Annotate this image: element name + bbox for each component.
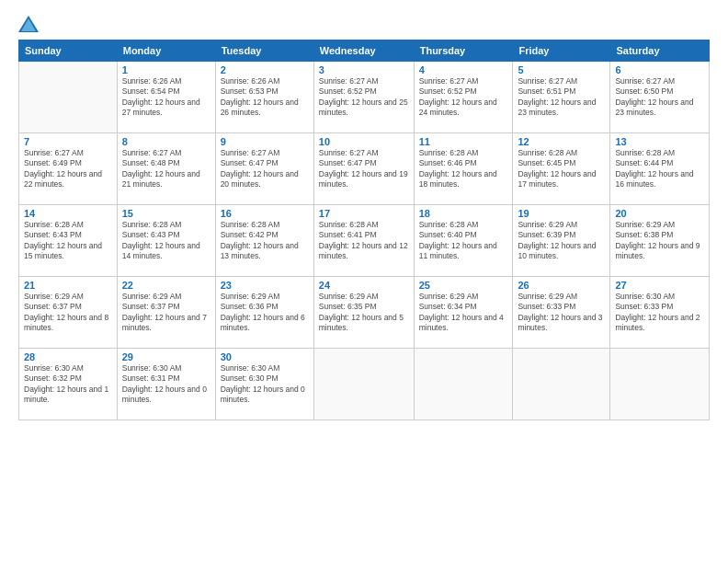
day-info: Sunrise: 6:28 AMSunset: 6:43 PMDaylight:…: [122, 220, 210, 262]
day-info: Sunrise: 6:27 AMSunset: 6:50 PMDaylight:…: [615, 76, 704, 119]
day-number: 3: [319, 64, 409, 75]
day-info: Sunrise: 6:30 AMSunset: 6:30 PMDaylight:…: [221, 363, 309, 406]
weekday-thursday: Thursday: [414, 40, 513, 61]
day-number: 17: [319, 208, 409, 219]
calendar-cell: 10Sunrise: 6:27 AMSunset: 6:47 PMDayligh…: [313, 132, 414, 204]
week-row-2: 14Sunrise: 6:28 AMSunset: 6:43 PMDayligh…: [19, 204, 710, 276]
calendar-cell: 9Sunrise: 6:27 AMSunset: 6:47 PMDaylight…: [215, 132, 313, 204]
day-info: Sunrise: 6:28 AMSunset: 6:42 PMDaylight:…: [221, 220, 309, 262]
day-number: 21: [24, 280, 112, 291]
day-info: Sunrise: 6:29 AMSunset: 6:39 PMDaylight:…: [518, 220, 605, 262]
calendar-cell: [610, 348, 710, 419]
calendar-cell: 29Sunrise: 6:30 AMSunset: 6:31 PMDayligh…: [117, 348, 215, 419]
day-info: Sunrise: 6:29 AMSunset: 6:37 PMDaylight:…: [122, 292, 210, 334]
calendar-cell: 27Sunrise: 6:30 AMSunset: 6:33 PMDayligh…: [610, 276, 710, 348]
day-info: Sunrise: 6:30 AMSunset: 6:31 PMDaylight:…: [122, 363, 210, 406]
day-number: 1: [122, 64, 210, 75]
day-number: 16: [221, 208, 309, 219]
day-info: Sunrise: 6:29 AMSunset: 6:35 PMDaylight:…: [319, 292, 409, 334]
day-number: 15: [122, 208, 210, 219]
day-number: 25: [419, 280, 508, 291]
calendar-cell: 8Sunrise: 6:27 AMSunset: 6:48 PMDaylight…: [117, 132, 215, 204]
calendar-cell: 26Sunrise: 6:29 AMSunset: 6:33 PMDayligh…: [513, 276, 610, 348]
calendar-cell: 21Sunrise: 6:29 AMSunset: 6:37 PMDayligh…: [19, 276, 118, 348]
weekday-friday: Friday: [513, 40, 610, 61]
week-row-0: 1Sunrise: 6:26 AMSunset: 6:54 PMDaylight…: [19, 61, 710, 132]
week-row-4: 28Sunrise: 6:30 AMSunset: 6:32 PMDayligh…: [19, 348, 710, 419]
day-number: 4: [419, 64, 508, 75]
day-number: 20: [615, 208, 704, 219]
day-number: 12: [518, 136, 605, 147]
calendar-cell: 11Sunrise: 6:28 AMSunset: 6:46 PMDayligh…: [414, 132, 513, 204]
day-number: 8: [122, 136, 210, 147]
calendar-cell: [313, 348, 414, 419]
week-row-3: 21Sunrise: 6:29 AMSunset: 6:37 PMDayligh…: [19, 276, 710, 348]
day-number: 5: [518, 64, 605, 75]
day-number: 2: [221, 64, 309, 75]
day-number: 14: [24, 208, 112, 219]
calendar-cell: 6Sunrise: 6:27 AMSunset: 6:50 PMDaylight…: [610, 61, 710, 132]
week-row-1: 7Sunrise: 6:27 AMSunset: 6:49 PMDaylight…: [19, 132, 710, 204]
weekday-tuesday: Tuesday: [215, 40, 313, 61]
day-number: 18: [419, 208, 508, 219]
calendar-cell: 14Sunrise: 6:28 AMSunset: 6:43 PMDayligh…: [19, 204, 118, 276]
calendar-cell: 15Sunrise: 6:28 AMSunset: 6:43 PMDayligh…: [117, 204, 215, 276]
day-number: 10: [319, 136, 409, 147]
day-info: Sunrise: 6:27 AMSunset: 6:52 PMDaylight:…: [419, 76, 508, 119]
day-info: Sunrise: 6:26 AMSunset: 6:53 PMDaylight:…: [221, 76, 309, 119]
day-number: 27: [615, 280, 704, 291]
day-info: Sunrise: 6:29 AMSunset: 6:37 PMDaylight:…: [24, 292, 112, 334]
day-info: Sunrise: 6:29 AMSunset: 6:36 PMDaylight:…: [221, 292, 309, 334]
calendar-cell: [513, 348, 610, 419]
calendar-cell: 2Sunrise: 6:26 AMSunset: 6:53 PMDaylight…: [215, 61, 313, 132]
weekday-wednesday: Wednesday: [313, 40, 414, 61]
logo-icon: [18, 16, 39, 32]
calendar-cell: 3Sunrise: 6:27 AMSunset: 6:52 PMDaylight…: [313, 61, 414, 132]
day-number: 23: [221, 280, 309, 291]
calendar-cell: 20Sunrise: 6:29 AMSunset: 6:38 PMDayligh…: [610, 204, 710, 276]
calendar-cell: 25Sunrise: 6:29 AMSunset: 6:34 PMDayligh…: [414, 276, 513, 348]
page: SundayMondayTuesdayWednesdayThursdayFrid…: [0, 0, 728, 563]
day-number: 9: [221, 136, 309, 147]
calendar-cell: 1Sunrise: 6:26 AMSunset: 6:54 PMDaylight…: [117, 61, 215, 132]
day-info: Sunrise: 6:29 AMSunset: 6:38 PMDaylight:…: [615, 220, 704, 262]
weekday-sunday: Sunday: [19, 40, 118, 61]
day-info: Sunrise: 6:27 AMSunset: 6:52 PMDaylight:…: [319, 76, 409, 119]
calendar-cell: 18Sunrise: 6:28 AMSunset: 6:40 PMDayligh…: [414, 204, 513, 276]
weekday-header-row: SundayMondayTuesdayWednesdayThursdayFrid…: [19, 40, 710, 61]
calendar-cell: 12Sunrise: 6:28 AMSunset: 6:45 PMDayligh…: [513, 132, 610, 204]
day-number: 7: [24, 136, 112, 147]
calendar-cell: [19, 61, 118, 132]
day-number: 22: [122, 280, 210, 291]
weekday-monday: Monday: [117, 40, 215, 61]
calendar-cell: 24Sunrise: 6:29 AMSunset: 6:35 PMDayligh…: [313, 276, 414, 348]
day-info: Sunrise: 6:27 AMSunset: 6:47 PMDaylight:…: [221, 148, 309, 190]
calendar-cell: 7Sunrise: 6:27 AMSunset: 6:49 PMDaylight…: [19, 132, 118, 204]
day-number: 13: [615, 136, 704, 147]
calendar-cell: 5Sunrise: 6:27 AMSunset: 6:51 PMDaylight…: [513, 61, 610, 132]
day-info: Sunrise: 6:28 AMSunset: 6:40 PMDaylight:…: [419, 220, 508, 262]
day-number: 28: [24, 351, 112, 362]
calendar-cell: 22Sunrise: 6:29 AMSunset: 6:37 PMDayligh…: [117, 276, 215, 348]
day-number: 26: [518, 280, 605, 291]
day-info: Sunrise: 6:27 AMSunset: 6:48 PMDaylight:…: [122, 148, 210, 190]
calendar-cell: 28Sunrise: 6:30 AMSunset: 6:32 PMDayligh…: [19, 348, 118, 419]
calendar-table: SundayMondayTuesdayWednesdayThursdayFrid…: [18, 40, 710, 420]
day-number: 11: [419, 136, 508, 147]
day-info: Sunrise: 6:27 AMSunset: 6:49 PMDaylight:…: [24, 148, 112, 190]
day-info: Sunrise: 6:30 AMSunset: 6:33 PMDaylight:…: [615, 292, 704, 334]
day-info: Sunrise: 6:29 AMSunset: 6:33 PMDaylight:…: [518, 292, 605, 334]
day-number: 24: [319, 280, 409, 291]
day-info: Sunrise: 6:29 AMSunset: 6:34 PMDaylight:…: [419, 292, 508, 334]
day-info: Sunrise: 6:28 AMSunset: 6:45 PMDaylight:…: [518, 148, 605, 190]
calendar-cell: 16Sunrise: 6:28 AMSunset: 6:42 PMDayligh…: [215, 204, 313, 276]
day-info: Sunrise: 6:28 AMSunset: 6:44 PMDaylight:…: [615, 148, 704, 190]
day-info: Sunrise: 6:30 AMSunset: 6:32 PMDaylight:…: [24, 363, 112, 406]
day-info: Sunrise: 6:27 AMSunset: 6:51 PMDaylight:…: [518, 76, 605, 119]
day-info: Sunrise: 6:26 AMSunset: 6:54 PMDaylight:…: [122, 76, 210, 119]
day-number: 6: [615, 64, 704, 75]
calendar-cell: 4Sunrise: 6:27 AMSunset: 6:52 PMDaylight…: [414, 61, 513, 132]
day-info: Sunrise: 6:27 AMSunset: 6:47 PMDaylight:…: [319, 148, 409, 190]
day-number: 19: [518, 208, 605, 219]
calendar-cell: [414, 348, 513, 419]
